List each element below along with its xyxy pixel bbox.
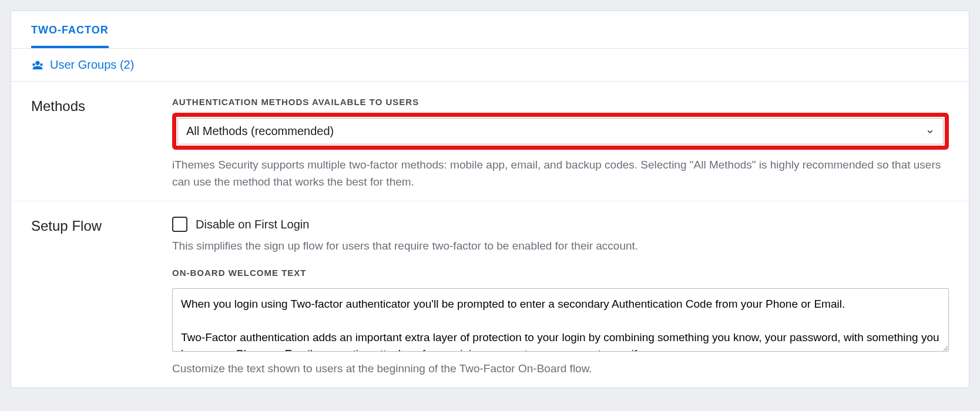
section-setup-flow-title: Setup Flow (31, 217, 172, 377)
settings-panel: TWO-FACTOR User Groups (2) Methods AUTHE… (11, 11, 969, 388)
auth-methods-selected-value: All Methods (recommended) (186, 124, 334, 138)
disable-first-login-label: Disable on First Login (196, 218, 309, 231)
auth-methods-select[interactable]: All Methods (recommended) (177, 118, 944, 144)
tabs-row: TWO-FACTOR (11, 11, 969, 49)
disable-first-login-checkbox[interactable] (172, 217, 187, 232)
auth-methods-highlight: All Methods (recommended) (172, 113, 949, 150)
section-methods-title: Methods (31, 97, 172, 190)
onboard-welcome-textarea[interactable] (172, 288, 949, 352)
auth-methods-label: AUTHENTICATION METHODS AVAILABLE TO USER… (172, 97, 949, 107)
section-setup-flow: Setup Flow Disable on First Login This s… (11, 201, 969, 388)
user-groups-link[interactable]: User Groups (2) (11, 49, 969, 82)
chevron-down-icon (925, 127, 935, 136)
user-groups-label: User Groups (2) (50, 58, 134, 72)
users-icon (31, 59, 44, 72)
onboard-welcome-help: Customize the text shown to users at the… (172, 361, 949, 378)
section-methods: Methods AUTHENTICATION METHODS AVAILABLE… (11, 82, 969, 201)
disable-first-login-help: This simplifies the sign up flow for use… (172, 238, 949, 255)
tab-two-factor[interactable]: TWO-FACTOR (31, 11, 109, 48)
disable-first-login-row: Disable on First Login (172, 217, 949, 232)
onboard-welcome-label: ON-BOARD WELCOME TEXT (172, 268, 949, 278)
auth-methods-help: iThemes Security supports multiple two-f… (172, 157, 949, 190)
